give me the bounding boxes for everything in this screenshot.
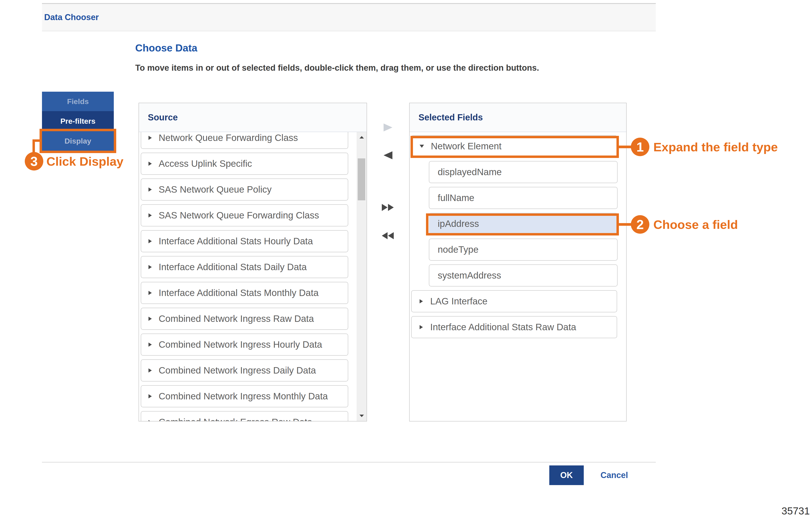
selected-field-item[interactable]: fullName <box>429 187 617 209</box>
source-item[interactable]: Network Queue Forwarding Class <box>141 132 348 149</box>
source-item-label: Combined Network Ingress Monthly Data <box>158 391 328 402</box>
expand-icon <box>148 317 152 321</box>
source-item-label: Combined Network Egress Raw Data <box>158 417 313 421</box>
callout-2-highlight-box <box>426 213 619 236</box>
selected-field-label: systemAddress <box>438 270 501 281</box>
callout-1-connector <box>618 146 631 148</box>
selected-fields-panel-title: Selected Fields <box>418 113 483 122</box>
expand-icon <box>148 136 152 140</box>
expand-icon <box>148 291 152 295</box>
scroll-up-icon[interactable] <box>359 136 364 139</box>
tab-fields[interactable]: Fields <box>42 92 114 111</box>
selected-field-label: Interface Additional Stats Raw Data <box>430 322 576 332</box>
source-item[interactable]: Combined Network Egress Raw Data <box>141 411 348 421</box>
source-item[interactable]: Combined Network Ingress Monthly Data <box>141 385 348 407</box>
source-item-label: Interface Additional Stats Daily Data <box>158 262 307 272</box>
scrollbar-thumb[interactable] <box>358 158 365 200</box>
selected-field-label: displayedName <box>438 167 502 177</box>
source-scrollbar[interactable] <box>357 132 367 421</box>
expand-icon[interactable] <box>419 299 423 304</box>
callout-3-number: 3 <box>30 154 37 169</box>
selected-field-item[interactable]: Interface Additional Stats Raw Data <box>411 316 617 338</box>
tab-pre-filters[interactable]: Pre-filters <box>42 111 114 131</box>
expand-icon <box>148 239 152 243</box>
source-panel-title: Source <box>148 113 178 122</box>
source-item[interactable]: Interface Additional Stats Monthly Data <box>141 282 348 304</box>
selected-fields-list: Network ElementdisplayedNamefullNameipAd… <box>410 132 626 421</box>
expand-icon <box>148 162 152 166</box>
selected-field-label: fullName <box>438 193 474 203</box>
expand-icon <box>148 368 152 373</box>
callout-3-highlight-box <box>39 129 116 153</box>
source-item[interactable]: SAS Network Queue Forwarding Class <box>141 204 348 226</box>
callout-2-connector <box>618 223 631 226</box>
callout-2-label: Choose a field <box>654 215 738 234</box>
source-item[interactable]: Interface Additional Stats Hourly Data <box>141 230 348 252</box>
source-item-label: Combined Network Ingress Raw Data <box>158 313 314 324</box>
callout-1-label: Expand the field type <box>654 138 778 156</box>
scroll-down-icon[interactable] <box>359 415 364 417</box>
expand-icon <box>148 187 152 192</box>
move-right-button[interactable] <box>381 123 395 132</box>
selected-field-label: nodeType <box>438 244 478 255</box>
source-item-label: SAS Network Queue Policy <box>158 184 271 195</box>
callout-3-connector-v <box>32 140 35 153</box>
move-all-right-button[interactable] <box>381 203 395 212</box>
source-list: Network Queue Forwarding ClassAccess Upl… <box>139 132 356 421</box>
ok-button[interactable]: OK <box>549 465 584 485</box>
source-item[interactable]: Combined Network Ingress Hourly Data <box>141 334 348 356</box>
data-chooser-screen: Data Chooser Choose Data To move items i… <box>0 0 812 518</box>
move-all-left-button[interactable] <box>381 231 395 241</box>
expand-icon <box>148 394 152 398</box>
source-item-label: Access Uplink Specific <box>158 158 252 169</box>
dialog-title: Data Chooser <box>44 12 99 22</box>
callout-2-number-badge: 2 <box>631 215 649 234</box>
expand-icon <box>148 213 152 218</box>
source-item-label: Interface Additional Stats Monthly Data <box>158 287 319 298</box>
page-number: 35731 <box>762 505 810 517</box>
source-panel-header: Source <box>139 103 367 132</box>
source-item-label: Interface Additional Stats Hourly Data <box>158 236 313 246</box>
source-item[interactable]: SAS Network Queue Policy <box>141 179 348 201</box>
move-left-button[interactable] <box>381 150 395 160</box>
expand-icon[interactable] <box>419 325 423 329</box>
selected-field-label: LAG Interface <box>430 296 487 307</box>
footer-divider <box>42 462 656 462</box>
callout-1-highlight-box <box>410 136 619 158</box>
selected-field-item[interactable]: nodeType <box>429 239 617 261</box>
callout-1-number-badge: 1 <box>631 138 649 156</box>
source-item[interactable]: Access Uplink Specific <box>141 153 348 175</box>
source-item[interactable]: Combined Network Ingress Daily Data <box>141 359 348 382</box>
selected-field-item[interactable]: displayedName <box>429 161 617 183</box>
selected-fields-panel-header: Selected Fields <box>410 103 626 132</box>
callout-2-number: 2 <box>636 217 644 232</box>
selected-field-item[interactable]: systemAddress <box>429 265 617 286</box>
source-item-label: Combined Network Ingress Daily Data <box>158 365 316 376</box>
callout-3-label: Click Display <box>47 152 123 171</box>
source-item-label: Combined Network Ingress Hourly Data <box>158 339 322 350</box>
callout-1-number: 1 <box>636 140 644 155</box>
expand-icon <box>148 265 152 269</box>
source-item-label: SAS Network Queue Forwarding Class <box>158 210 319 221</box>
callout-3-number-badge: 3 <box>25 152 43 171</box>
dialog-titlebar: Data Chooser <box>42 3 656 31</box>
expand-icon <box>148 343 152 347</box>
expand-icon <box>148 420 152 421</box>
instruction-text: To move items in or out of selected fiel… <box>135 63 539 73</box>
selected-field-item[interactable]: LAG Interface <box>411 290 617 312</box>
page-title: Choose Data <box>135 42 197 54</box>
source-item-label: Network Queue Forwarding Class <box>158 132 298 143</box>
source-item[interactable]: Interface Additional Stats Daily Data <box>141 256 348 278</box>
source-item[interactable]: Combined Network Ingress Raw Data <box>141 308 348 330</box>
cancel-button[interactable]: Cancel <box>597 465 632 485</box>
